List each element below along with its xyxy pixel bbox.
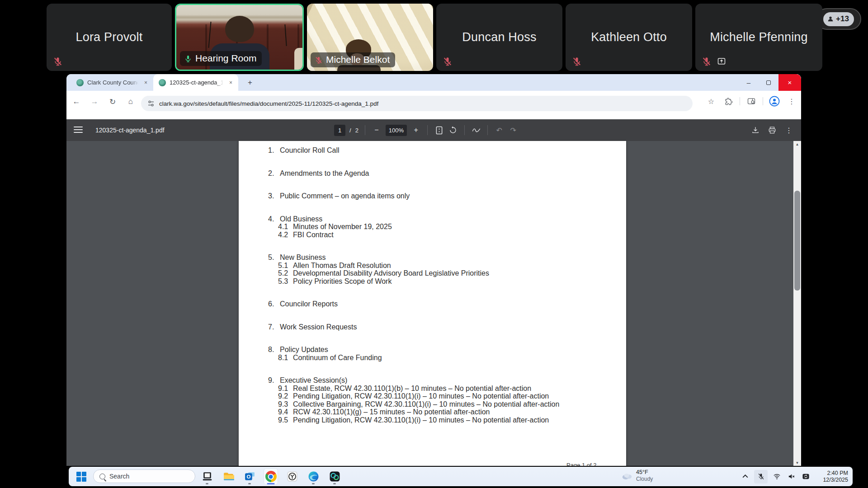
minimize-button[interactable]: – xyxy=(739,74,759,91)
new-tab-button[interactable]: + xyxy=(245,77,255,88)
print-button[interactable] xyxy=(767,125,777,135)
site-info-icon[interactable] xyxy=(147,100,155,107)
taskbar-app-device-icon[interactable] xyxy=(200,468,214,485)
page-total: 2 xyxy=(355,127,359,134)
cloud-icon xyxy=(621,471,633,480)
toolbar-divider xyxy=(763,97,763,105)
participant-tile[interactable]: Lora Provolt xyxy=(47,4,172,71)
zoom-out-button[interactable]: − xyxy=(372,125,382,135)
download-button[interactable] xyxy=(750,125,760,135)
page-footer: Page 1 of 2 xyxy=(566,462,597,466)
url-text: clark.wa.gov/sites/default/files/media/d… xyxy=(159,100,378,107)
agenda-item: 3.Public Comment – on agenda items only xyxy=(268,192,608,200)
tray-chevron-up-icon[interactable] xyxy=(740,471,750,482)
taskbar-outlook-icon[interactable]: O xyxy=(242,468,257,485)
tab-strip: Clark County Council Meetings × 120325-c… xyxy=(66,74,801,91)
agenda-subitem: 9.2Pending Litigation, RCW 42.30.110(1)(… xyxy=(278,392,608,400)
agenda-item: 2.Amendments to the Agenda xyxy=(268,169,608,178)
tray-mic-muted-icon[interactable] xyxy=(754,470,768,483)
tab-clark-county-council-meetings[interactable]: Clark County Council Meetings × xyxy=(71,74,153,91)
search-placeholder: Search xyxy=(109,473,129,480)
taskbar-webex-icon[interactable] xyxy=(327,468,342,485)
overflow-count: +13 xyxy=(836,14,849,23)
mic-muted-icon xyxy=(702,56,712,66)
taskbar-chrome-icon[interactable] xyxy=(264,468,278,485)
clock-date: 12/3/2025 xyxy=(815,477,848,483)
page-separator: / xyxy=(349,127,351,134)
taskbar-search[interactable]: Search xyxy=(93,469,195,483)
side-panel-search-icon[interactable] xyxy=(745,95,757,107)
tray-volume-muted-icon[interactable] xyxy=(786,471,797,482)
restore-button[interactable] xyxy=(759,74,778,91)
agenda-item: 9.Executive Session(s)9.1Real Estate, RC… xyxy=(268,376,608,424)
scroll-up-icon[interactable]: ▲ xyxy=(793,141,801,147)
participant-tile[interactable]: Hearing Room xyxy=(175,4,304,71)
browser-toolbar: ← → ↻ ⌂ clark.wa.gov/sites/default/files… xyxy=(66,91,801,119)
taskbar-edge-icon[interactable] xyxy=(306,468,321,485)
start-button[interactable] xyxy=(76,471,87,482)
mic-active-icon xyxy=(184,54,192,62)
agenda-subitem: 9.4RCW 42.30.110(1)(g) – 15 minutes – No… xyxy=(278,408,608,416)
profile-avatar[interactable] xyxy=(769,95,780,107)
agenda-item: 5.New Business5.1Allen Thomas Draft Reso… xyxy=(268,253,608,285)
pdf-viewport[interactable]: 1.Councilor Roll Call2.Amendments to the… xyxy=(66,141,801,466)
site-favicon xyxy=(76,79,84,86)
agenda-subitem: 9.5Pending Litigation, RCW 42.30.110(1)(… xyxy=(278,416,608,424)
back-button[interactable]: ← xyxy=(70,95,83,108)
home-button[interactable]: ⌂ xyxy=(124,95,137,108)
participant-tile[interactable]: Duncan Hoss xyxy=(436,4,562,71)
taskbar-file-explorer-icon[interactable] xyxy=(221,468,236,485)
browser-window: Clark County Council Meetings × 120325-c… xyxy=(66,74,801,466)
scroll-down-icon[interactable]: ▼ xyxy=(793,460,801,466)
agenda-item: 6.Councilor Reports xyxy=(268,300,608,308)
bookmark-star-icon[interactable]: ☆ xyxy=(705,95,717,107)
participant-name: Lora Provolt xyxy=(47,4,172,71)
pdf-menu-icon[interactable] xyxy=(74,125,83,134)
taskbar-clock-app-icon[interactable] xyxy=(285,468,299,485)
tray-sync-icon[interactable] xyxy=(800,471,811,482)
extensions-icon[interactable] xyxy=(722,95,734,107)
site-favicon xyxy=(159,79,166,86)
zoom-in-button[interactable]: + xyxy=(411,125,421,135)
taskbar-weather-widget[interactable]: 45°F Cloudy xyxy=(621,469,653,483)
agenda-subitem: 5.2Developmental Disability Advisory Boa… xyxy=(278,269,608,277)
address-bar[interactable]: clark.wa.gov/sites/default/files/media/d… xyxy=(141,96,693,111)
tray-wifi-icon[interactable] xyxy=(771,471,782,482)
rotate-button[interactable] xyxy=(448,125,458,135)
agenda-subitem: 9.3Collective Bargaining, RCW 42.30.110(… xyxy=(278,400,608,408)
pdf-page: 1.Councilor Roll Call2.Amendments to the… xyxy=(239,141,626,466)
browser-menu-icon[interactable]: ⋮ xyxy=(786,95,797,107)
pdf-scrollbar[interactable]: ▲ ▼ xyxy=(793,141,801,466)
scrollbar-thumb[interactable] xyxy=(794,191,800,291)
more-participants-badge[interactable]: +13 xyxy=(816,8,861,30)
page-number-input[interactable]: 1 xyxy=(334,125,345,136)
meeting-video-strip: +13 Lora Provolt Hearing Room xyxy=(0,0,868,72)
reload-button[interactable]: ↻ xyxy=(106,95,119,108)
fit-page-button[interactable] xyxy=(434,125,444,135)
agenda-item: 8.Policy Updates8.1Continuum of Care Fun… xyxy=(268,346,608,361)
agenda-subitem: 5.3Policy Priorities Scope of Work xyxy=(278,277,608,286)
participant-tile[interactable]: Michelle Pfenning xyxy=(695,4,822,71)
restore-icon xyxy=(766,80,771,85)
tab-close-icon[interactable]: × xyxy=(142,79,150,86)
taskbar-clock[interactable]: 2:40 PM 12/3/2025 xyxy=(815,470,848,483)
participant-tile[interactable]: Kathleen Otto xyxy=(566,4,692,71)
forward-button[interactable]: → xyxy=(88,95,101,108)
participant-name: Kathleen Otto xyxy=(566,4,692,71)
pdf-toolbar: 120325-ct-agenda_1.pdf 1 / 2 − 100% + ↶ … xyxy=(66,119,801,141)
close-button[interactable]: × xyxy=(778,74,801,91)
agenda-item: 1.Councilor Roll Call xyxy=(268,146,608,155)
tab-close-icon[interactable]: × xyxy=(227,79,235,86)
redo-button[interactable]: ↷ xyxy=(508,125,518,135)
agenda-item: 4.Old Business4.1Minutes of November 19,… xyxy=(268,215,608,239)
undo-button[interactable]: ↶ xyxy=(494,125,504,135)
agenda-list: 1.Councilor Roll Call2.Amendments to the… xyxy=(268,146,608,424)
annotate-button[interactable] xyxy=(471,125,481,135)
tab-pdf-agenda[interactable]: 120325-ct-agenda_1.pdf × xyxy=(153,74,238,91)
pdf-more-menu-icon[interactable]: ⋮ xyxy=(784,125,794,135)
zoom-level[interactable]: 100% xyxy=(386,125,407,136)
tab-title: Clark County Council Meetings xyxy=(87,79,138,86)
window-controls: – × xyxy=(739,74,801,91)
participant-tile[interactable]: Michelle Belkot xyxy=(307,4,433,71)
participant-name-label: Michelle Belkot xyxy=(311,52,395,67)
